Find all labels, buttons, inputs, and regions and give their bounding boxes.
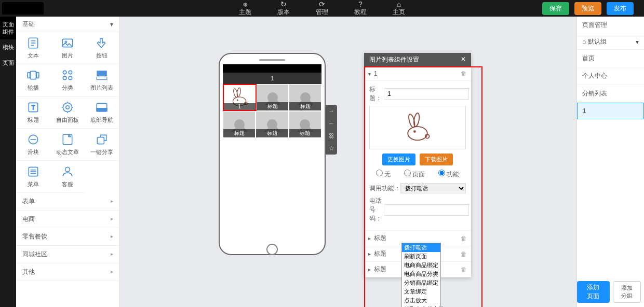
comp-title[interactable]: T标题 (16, 96, 50, 129)
acc-item-1[interactable]: ▾ 1 🗑 (364, 67, 471, 81)
chevron-right-icon[interactable]: ▸ (368, 251, 371, 257)
dropdown-option[interactable]: 点击放大 (402, 296, 440, 305)
preview-button[interactable]: 预览 (574, 2, 601, 15)
dropdown-option[interactable]: 文章绑定 (402, 287, 440, 296)
dropdown-option[interactable]: 拨打电话 (402, 243, 440, 252)
title-input[interactable] (384, 88, 469, 100)
title-field-row: 标题： (369, 85, 466, 103)
dropdown-option[interactable]: 领取电商优惠券 (402, 305, 440, 307)
topnav-home[interactable]: ⌂主页 (393, 1, 405, 17)
comp-category[interactable]: 分类 (50, 64, 85, 96)
topnav-manage[interactable]: ⟳管理 (316, 1, 328, 17)
rail-components[interactable]: 页面 组件 (0, 17, 16, 39)
phone-screen: 1 1 标题 标题 标题 标题 标题 (223, 64, 321, 241)
radio-page[interactable]: 页面 (404, 170, 425, 179)
tile[interactable]: 标题 (256, 111, 288, 138)
phone-input[interactable] (384, 204, 469, 216)
comp-text[interactable]: 文本 (16, 32, 50, 64)
save-button[interactable]: 保存 (542, 2, 569, 15)
svg-point-30 (65, 167, 70, 172)
trash-icon[interactable]: 🗑 (461, 70, 467, 77)
chevron-right-icon[interactable]: ▸ (368, 267, 371, 272)
rail-pages[interactable]: 页面 (0, 55, 16, 71)
download-image-button[interactable]: 下载图片 (420, 153, 453, 165)
function-select[interactable]: 拨打电话 (400, 183, 466, 193)
dropdown-option[interactable]: 分销商品绑定 (402, 278, 440, 287)
function-select-row: 调用功能： 拨打电话 (369, 183, 466, 193)
acc-label: 标题 (374, 265, 386, 274)
category-form[interactable]: 表单 (16, 193, 119, 211)
page-item-distribution[interactable]: 分销列表 (577, 85, 644, 103)
rail-modules[interactable]: 模块 (0, 39, 16, 55)
home-icon: ⌂ (393, 1, 405, 8)
comp-freepanel[interactable]: 自由面板 (50, 96, 85, 129)
tile-selected[interactable]: 1 (223, 84, 257, 111)
dropdown-option[interactable]: 刷新页面 (402, 252, 440, 261)
svg-rect-25 (97, 137, 104, 144)
change-image-button[interactable]: 更换图片 (382, 153, 415, 165)
svg-point-10 (69, 71, 72, 74)
tool-star[interactable]: ☆ (326, 142, 337, 155)
comp-article[interactable]: 动态文章 (50, 129, 85, 161)
page-item-home[interactable]: 首页 (577, 50, 644, 67)
theme-icon: ⎈ (239, 1, 251, 8)
page-group[interactable]: ⌂ 默认组 ▾ (577, 34, 644, 50)
comp-imagelist[interactable]: 图片列表 (85, 64, 119, 96)
dropdown-option[interactable]: 电商商品绑定 (402, 261, 440, 270)
trash-icon[interactable]: 🗑 (461, 235, 467, 242)
comp-menu[interactable]: 菜单 (16, 161, 50, 193)
tool-link[interactable]: ⛓ (326, 130, 337, 142)
dropdown-option[interactable]: 电商商品分类 (402, 270, 440, 278)
category-basic-label: 基础 (22, 20, 35, 29)
tool-forward[interactable]: → (326, 105, 337, 117)
chevron-down-icon: ▾ (110, 21, 113, 28)
comp-slider[interactable]: 滑块 (16, 129, 50, 161)
version-icon: ↻ (277, 1, 290, 8)
page-item-profile[interactable]: 个人中心 (577, 67, 644, 85)
topnav-theme[interactable]: ⎈主题 (239, 1, 251, 17)
chevron-down-icon[interactable]: ▾ (368, 71, 371, 77)
phone-field-row: 电话号码： (369, 197, 466, 223)
canvas-tools: → ← ⛓ ☆ (326, 105, 337, 155)
function-dropdown[interactable]: 拨打电话 刷新页面 电商商品绑定 电商商品分类 分销商品绑定 文章绑定 点击放大… (401, 243, 441, 307)
radio-none[interactable]: 无 (376, 170, 391, 179)
phone-home-button (266, 244, 278, 255)
comp-bottomnav[interactable]: 底部导航 (85, 96, 119, 129)
close-icon[interactable]: ✕ (461, 55, 466, 64)
trash-icon[interactable]: 🗑 (461, 250, 467, 258)
svg-point-38 (413, 113, 420, 127)
radio-func[interactable]: 功能 (438, 170, 459, 179)
comp-support[interactable]: 客服 (50, 161, 85, 193)
topnav-tutorial[interactable]: ?教程 (354, 1, 367, 17)
trash-icon[interactable]: 🗑 (461, 266, 467, 273)
image-placeholder-icon (300, 92, 311, 103)
category-basic[interactable]: 基础 ▾ (16, 17, 119, 32)
manage-icon: ⟳ (316, 1, 328, 8)
category-ecommerce[interactable]: 电商 (16, 211, 119, 228)
tile[interactable]: 标题 (223, 111, 256, 138)
chevron-right-icon[interactable]: ▸ (368, 235, 371, 241)
page-item-1[interactable]: 1 (577, 103, 644, 119)
tool-back[interactable]: ← (326, 117, 337, 130)
svg-rect-13 (97, 71, 107, 76)
add-page-button[interactable]: 添加页面 (577, 281, 610, 303)
tile[interactable]: 标题 (289, 84, 321, 111)
image-placeholder-icon (234, 119, 245, 130)
tile[interactable]: 标题 (257, 84, 289, 111)
publish-button[interactable]: 发布 (607, 2, 634, 15)
tile-label: 标题 (289, 102, 321, 110)
comp-carousel[interactable]: 轮播 (16, 64, 50, 96)
tile[interactable]: 标题 (289, 111, 321, 138)
category-community[interactable]: 同城社区 (16, 246, 119, 263)
svg-rect-6 (31, 71, 36, 79)
comp-image[interactable]: 图片 (50, 32, 85, 64)
add-group-button[interactable]: 添加分组 (613, 281, 641, 303)
image-placeholder-icon (267, 119, 277, 130)
chevron-right-icon (111, 232, 113, 241)
tile-row: 1 标题 标题 (223, 84, 321, 111)
comp-button[interactable]: 按钮 (85, 32, 119, 64)
topnav-version[interactable]: ↻版本 (277, 1, 290, 17)
category-other[interactable]: 其他 (16, 263, 119, 281)
comp-share[interactable]: 一键分享 (85, 129, 119, 161)
category-retail[interactable]: 零售餐饮 (16, 228, 119, 246)
